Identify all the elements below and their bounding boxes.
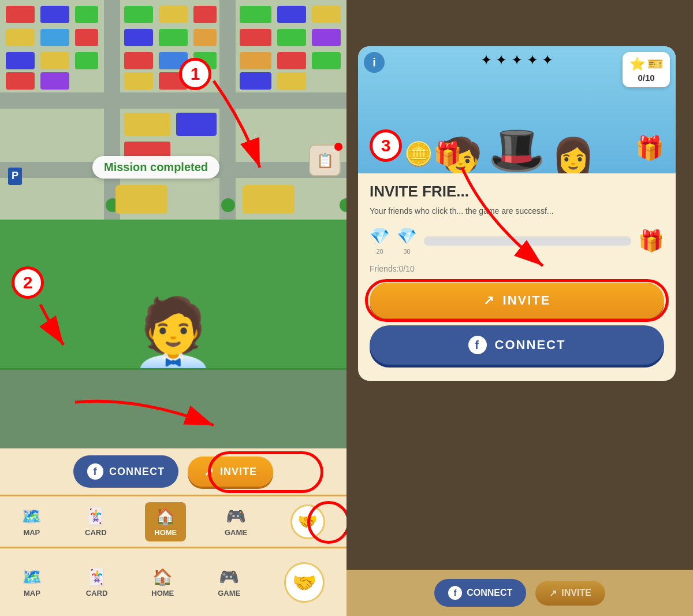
nav-card-label-bottom: CARD [86,589,108,598]
svg-point-51 [221,198,235,212]
nav-friend-top[interactable]: 🤝 [286,502,330,541]
ticket-icon: 🎫 [647,57,663,72]
home-icon-bottom: 🏠 [152,567,173,587]
svg-rect-43 [277,52,306,69]
nav-game-bottom[interactable]: 🎮 GAME [213,565,245,600]
gift-right: 🎁 [635,135,664,162]
svg-rect-4 [219,0,236,220]
reward-box: ⭐ 🎫 0/10 [623,52,670,87]
connect-button-small[interactable]: f CONNECT [434,579,526,607]
svg-rect-36 [240,6,271,23]
game-icon: 🎮 [226,507,246,526]
svg-rect-24 [40,72,69,90]
nav-map-label: MAP [23,528,40,537]
nav-home-bottom[interactable]: 🏠 HOME [147,565,178,600]
right-panel: ✦ ✦ ✦ ✦ ✦ i ⭐ 🎫 0/10 🧒 🎩 👩 🪙🎁 🎁 [346,0,693,616]
annotation-2: 2 [12,266,44,299]
svg-rect-40 [277,29,306,46]
svg-rect-18 [40,29,69,46]
svg-rect-56 [243,185,295,214]
nav-friend-bottom[interactable]: 🤝 [280,560,329,605]
share-icon-small: ↗ [549,588,557,599]
left-panel: P Mission completed 📋 1 [0,0,346,616]
svg-rect-47 [124,113,170,136]
svg-rect-27 [193,6,217,23]
svg-rect-21 [40,52,69,69]
coins-left: 🪙🎁 [404,140,462,168]
invite-label-small: INVITE [561,588,591,598]
char-center: 🎩 [488,127,546,173]
nav-game-label-bottom: GAME [218,589,240,598]
gift-milestone: 🎁 [638,229,664,253]
nav-home[interactable]: 🏠 HOME [145,502,186,541]
connect-label: CONNECT [109,466,165,478]
notification-dot [334,143,342,151]
arrow-2a [6,299,121,357]
bottom-nav-bottom: 🗺️ MAP 🃏 CARD 🏠 HOME 🎮 GAME 🤝 [0,547,346,616]
map-icon-bottom: 🗺️ [22,567,42,587]
action-buttons-area: f CONNECT ↗ INVITE [0,448,346,495]
svg-rect-17 [6,29,35,46]
bottom-nav-top: 🗺️ MAP 🃏 CARD 🏠 HOME 🎮 GAME 🤝 [0,495,346,547]
svg-rect-37 [277,6,306,23]
facebook-icon: f [87,463,103,480]
map-area: P Mission completed 📋 1 [0,0,346,220]
svg-rect-22 [75,52,98,69]
svg-rect-8 [0,109,104,162]
reward-icons: ⭐ 🎫 [629,57,663,72]
milestone-2-icon: 💎 [397,227,417,246]
nav-home-label-bottom: HOME [151,589,174,598]
checklist-icon[interactable]: 📋 [309,144,341,176]
friends-count: Friends:0/10 [370,264,664,273]
svg-rect-31 [124,52,153,69]
info-button[interactable]: i [364,52,385,73]
connect-button-large[interactable]: f CONNECT [370,325,664,365]
invite-button-large[interactable]: ↗ INVITE [370,283,664,318]
svg-rect-48 [176,113,217,136]
svg-rect-41 [312,29,341,46]
game-area: 🧑‍💼 2 [0,220,346,370]
svg-rect-14 [6,6,35,23]
invite-button[interactable]: ↗ INVITE [188,457,273,487]
modal-body: INVITE FRIE... Your friends who click th… [358,173,676,381]
parking-map: P [0,0,346,220]
svg-rect-20 [6,52,35,69]
nav-map[interactable]: 🗺️ MAP [17,504,46,539]
friends-modal: ✦ ✦ ✦ ✦ ✦ i ⭐ 🎫 0/10 🧒 🎩 👩 🪙🎁 🎁 [358,46,676,381]
progress-section: 💎 20 💎 30 🎁 [370,227,664,255]
nav-game[interactable]: 🎮 GAME [220,504,252,539]
svg-rect-55 [116,185,167,214]
nav-map-label-bottom: MAP [24,589,40,598]
map-icon: 🗺️ [21,507,42,526]
nav-card-bottom[interactable]: 🃏 CARD [81,565,113,600]
facebook-icon-large: f [468,336,487,354]
connect-button[interactable]: f CONNECT [73,455,178,488]
invite-button-small[interactable]: ↗ INVITE [535,581,605,606]
progress-bar [424,236,631,246]
annotation-3: 3 [370,129,402,162]
svg-rect-15 [40,6,69,23]
nav-home-label: HOME [154,528,177,537]
share-icon-large: ↗ [483,293,495,308]
arrow-2b [69,391,231,437]
annotation-1: 1 [179,58,211,90]
svg-rect-26 [159,6,188,23]
svg-rect-45 [240,72,271,90]
invite-label: INVITE [220,466,257,478]
svg-rect-34 [124,72,153,90]
milestone-2: 💎 30 [397,227,417,255]
nav-card[interactable]: 🃏 CARD [80,504,111,539]
svg-rect-39 [240,29,271,46]
svg-rect-1 [0,92,346,109]
friend-circle-top: 🤝 [290,504,325,539]
modal-desc: Your friends who click th... the game ar… [370,205,664,217]
modal-title: INVITE FRIE... [370,183,664,201]
nav-game-label: GAME [225,528,247,537]
nav-map-bottom[interactable]: 🗺️ MAP [17,565,47,600]
svg-rect-23 [6,72,35,90]
facebook-icon-small: f [448,586,462,600]
card-icon-bottom: 🃏 [87,567,107,587]
char-right: 👩 [552,139,595,173]
svg-rect-19 [75,29,98,46]
home-icon: 🏠 [155,507,176,526]
